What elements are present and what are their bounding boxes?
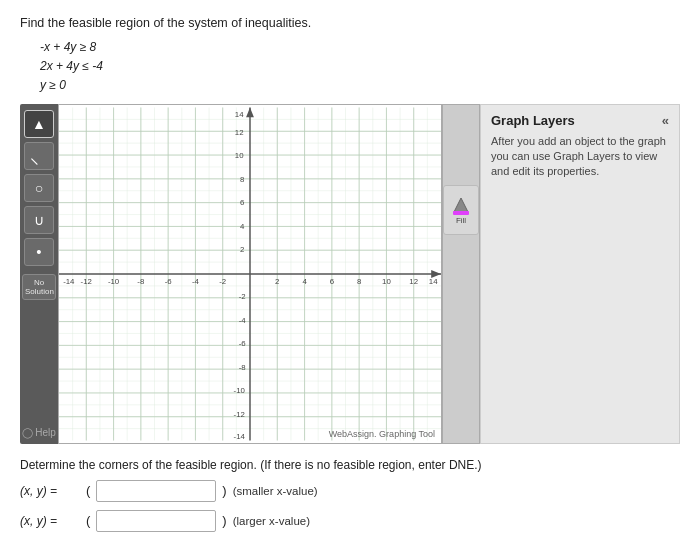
svg-text:12: 12 bbox=[235, 127, 244, 136]
svg-text:-4: -4 bbox=[239, 316, 247, 325]
svg-text:6: 6 bbox=[240, 198, 245, 207]
svg-text:-6: -6 bbox=[165, 276, 173, 285]
svg-text:-12: -12 bbox=[234, 410, 245, 419]
svg-text:-8: -8 bbox=[137, 276, 145, 285]
coord-hint-1: (smaller x-value) bbox=[233, 485, 318, 497]
svg-text:-4: -4 bbox=[192, 276, 200, 285]
svg-text:-10: -10 bbox=[234, 386, 246, 395]
graph-layers-title: Graph Layers bbox=[491, 113, 575, 128]
svg-text:2: 2 bbox=[240, 245, 244, 254]
coord-row-2: (x, y) = ( ) (larger x-value) bbox=[20, 510, 680, 532]
coord-label-1: (x, y) = bbox=[20, 484, 80, 498]
point-tool[interactable]: • bbox=[24, 238, 54, 266]
collapse-button[interactable]: « bbox=[662, 113, 669, 128]
close-paren-1: ) bbox=[222, 483, 226, 498]
svg-text:-8: -8 bbox=[239, 363, 247, 372]
help-button[interactable]: ◯ Help bbox=[22, 367, 56, 438]
svg-text:-6: -6 bbox=[239, 339, 247, 348]
arrow-tool[interactable]: ▲ bbox=[24, 110, 54, 138]
curve-tool[interactable]: ∪ bbox=[24, 206, 54, 234]
svg-text:8: 8 bbox=[240, 174, 245, 183]
coord-hint-2: (larger x-value) bbox=[233, 515, 310, 527]
no-solution-button[interactable]: No Solution bbox=[22, 274, 56, 300]
coord-label-2: (x, y) = bbox=[20, 514, 80, 528]
determine-text: Determine the corners of the feasible re… bbox=[20, 458, 680, 472]
svg-text:2: 2 bbox=[275, 276, 279, 285]
coord-row-1: (x, y) = ( ) (smaller x-value) bbox=[20, 480, 680, 502]
svg-text:8: 8 bbox=[357, 276, 362, 285]
inequalities-block: -x + 4y ≥ 8 2x + 4y ≤ -4 y ≥ 0 bbox=[40, 38, 680, 96]
fill-label: Fill bbox=[456, 216, 466, 225]
close-paren-2: ) bbox=[222, 513, 226, 528]
svg-text:4: 4 bbox=[302, 276, 307, 285]
webassign-label: WebAssign. Graphing Tool bbox=[329, 429, 435, 439]
svg-rect-110 bbox=[453, 211, 469, 215]
svg-text:14: 14 bbox=[235, 110, 244, 119]
svg-text:-10: -10 bbox=[108, 276, 120, 285]
problem-instruction: Find the feasible region of the system o… bbox=[20, 16, 680, 30]
svg-text:4: 4 bbox=[240, 222, 245, 231]
graph-canvas-container[interactable]: -2 -4 -6 -8 -10 -12 -14 2 4 6 8 10 12 14… bbox=[58, 104, 442, 444]
svg-text:-2: -2 bbox=[239, 292, 246, 301]
open-paren-2: ( bbox=[86, 513, 90, 528]
coord-input-2[interactable] bbox=[96, 510, 216, 532]
graph-layers-description: After you add an object to the graph you… bbox=[491, 134, 669, 180]
graph-layers-panel: Graph Layers « After you add an object t… bbox=[480, 104, 680, 444]
graph-layers-header: Graph Layers « bbox=[491, 113, 669, 128]
svg-text:10: 10 bbox=[235, 151, 244, 160]
svg-text:12: 12 bbox=[409, 276, 418, 285]
bottom-section: Determine the corners of the feasible re… bbox=[20, 458, 680, 532]
inequality-2: 2x + 4y ≤ -4 bbox=[40, 57, 680, 76]
line-tool[interactable]: ⎯ bbox=[24, 142, 54, 170]
open-paren-1: ( bbox=[86, 483, 90, 498]
graph-toolbar: ▲ ⎯ ○ ∪ • No Solution ◯ Help bbox=[20, 104, 58, 444]
inequality-1: -x + 4y ≥ 8 bbox=[40, 38, 680, 57]
coord-input-1[interactable] bbox=[96, 480, 216, 502]
svg-text:-14: -14 bbox=[63, 276, 75, 285]
inequality-3: y ≥ 0 bbox=[40, 76, 680, 95]
svg-text:14: 14 bbox=[429, 276, 438, 285]
fill-button[interactable]: Fill bbox=[443, 185, 479, 235]
svg-text:-14: -14 bbox=[234, 431, 246, 440]
svg-text:-2: -2 bbox=[219, 276, 226, 285]
right-panel: Fill Graph Layers « After you add an obj… bbox=[442, 104, 680, 444]
circle-tool[interactable]: ○ bbox=[24, 174, 54, 202]
svg-text:-12: -12 bbox=[81, 276, 92, 285]
svg-text:6: 6 bbox=[330, 276, 335, 285]
svg-text:10: 10 bbox=[382, 276, 391, 285]
